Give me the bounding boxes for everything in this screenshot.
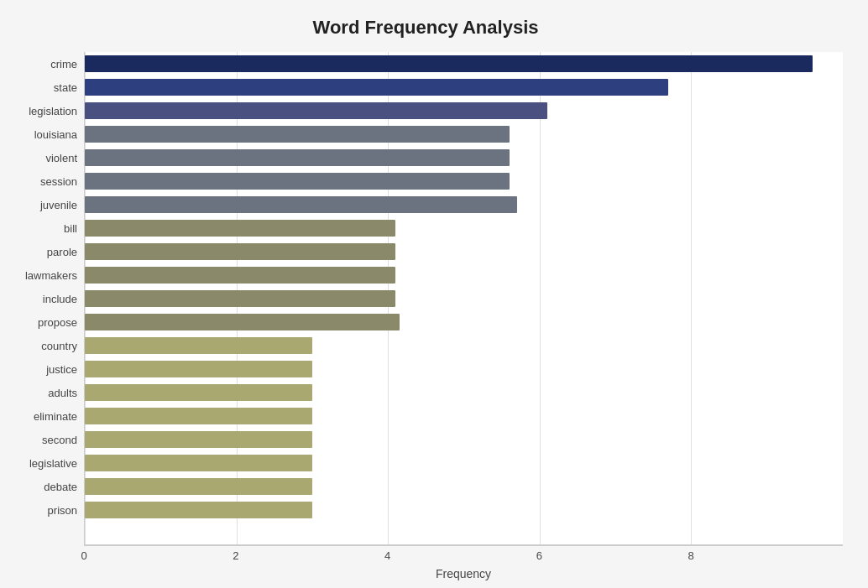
x-tick: 4 [384, 549, 390, 562]
y-axis-label: crime [50, 52, 77, 75]
bar [85, 361, 312, 377]
bar-row [85, 75, 843, 99]
bar-row [85, 475, 843, 498]
y-axis-label: prison [48, 498, 77, 522]
bar [85, 290, 395, 307]
y-axis-label: include [43, 287, 77, 310]
y-axis-label: adults [48, 381, 77, 404]
y-axis-label: legislation [29, 99, 77, 122]
bar-row [85, 381, 843, 404]
y-axis-label: second [42, 428, 77, 451]
bar [85, 267, 395, 284]
bar [85, 220, 395, 237]
bar [85, 149, 510, 166]
x-axis-label: Frequency [84, 567, 843, 580]
chart-title: Word Frequency Analysis [8, 17, 843, 39]
bar [85, 314, 400, 330]
y-axis-label: debate [44, 475, 77, 498]
bar [85, 102, 547, 119]
bar [85, 126, 510, 143]
bar [85, 455, 312, 471]
y-axis-label: propose [38, 310, 77, 334]
bar-row [85, 240, 843, 263]
bar-row [85, 52, 843, 75]
bar-row [85, 146, 843, 169]
x-tick: 8 [688, 549, 694, 562]
y-axis-label: louisiana [34, 122, 77, 146]
bar-row [85, 216, 843, 240]
y-axis-label: bill [64, 216, 77, 240]
bar-row [85, 263, 843, 287]
bar-row [85, 428, 843, 451]
x-tick: 0 [81, 549, 86, 562]
bar-row [85, 287, 843, 310]
bar [85, 502, 312, 518]
bar [85, 79, 668, 96]
bar-row [85, 498, 843, 522]
bar [85, 55, 813, 72]
y-axis-label: session [40, 169, 77, 193]
x-tick: 2 [233, 549, 238, 562]
bar [85, 431, 312, 448]
y-axis-label: juvenile [40, 193, 77, 216]
bar [85, 337, 312, 354]
bar [85, 196, 517, 213]
y-axis-label: parole [47, 240, 77, 263]
bar-row [85, 169, 843, 193]
bar-row [85, 310, 843, 334]
y-axis-label: legislative [29, 451, 77, 475]
bar-row [85, 357, 843, 381]
bar-row [85, 99, 843, 122]
y-axis-label: country [41, 334, 77, 357]
bar [85, 408, 312, 424]
bar [85, 173, 510, 190]
x-axis: 02468 Frequency [84, 545, 843, 580]
chart-container: Word Frequency Analysis crimestatelegisl… [0, 0, 868, 588]
bar [85, 478, 312, 495]
bar-row [85, 193, 843, 216]
y-axis-label: lawmakers [25, 263, 77, 287]
bar-row [85, 404, 843, 428]
y-axis-label: eliminate [34, 404, 77, 428]
y-axis-label: justice [46, 357, 77, 381]
x-tick: 6 [536, 549, 542, 562]
y-axis-label: violent [45, 146, 77, 169]
bar [85, 243, 395, 260]
bar-row [85, 451, 843, 475]
chart-area: crimestatelegislationlouisianaviolentses… [8, 52, 843, 545]
bar-row [85, 122, 843, 146]
y-axis-label: state [54, 75, 77, 99]
bar-row [85, 334, 843, 357]
y-axis: crimestatelegislationlouisianaviolentses… [8, 52, 84, 545]
bars-area [84, 52, 843, 545]
bar [85, 384, 312, 401]
